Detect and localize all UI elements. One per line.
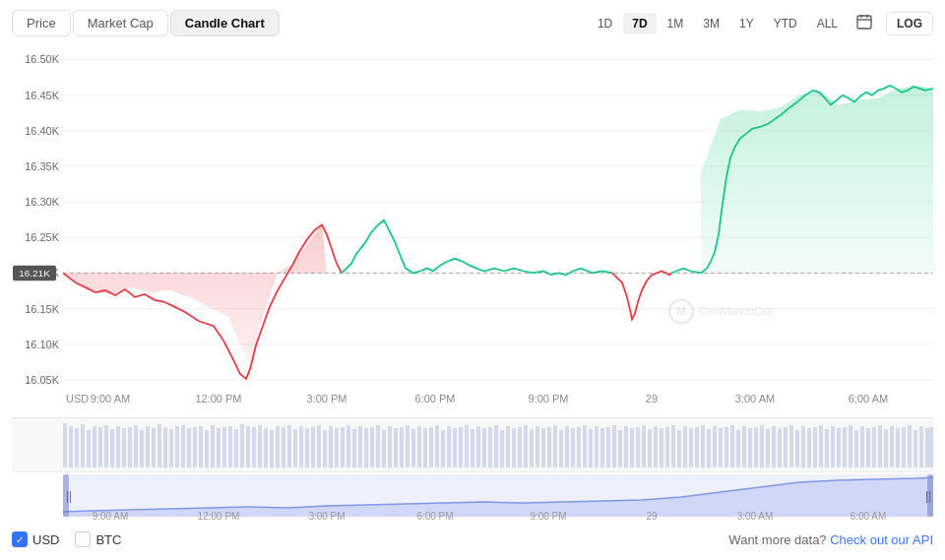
legend-btc[interactable]: BTC	[75, 531, 121, 547]
api-section: Want more data? Check out our API	[728, 532, 933, 547]
tab-price[interactable]: Price	[12, 10, 71, 36]
svg-text:9:00 AM: 9:00 AM	[93, 511, 129, 522]
tab-marketcap[interactable]: Market Cap	[73, 10, 168, 36]
svg-rect-75	[270, 430, 274, 467]
btc-checkbox[interactable]	[75, 531, 91, 547]
svg-rect-163	[789, 425, 793, 467]
svg-rect-87	[341, 427, 345, 467]
svg-rect-82	[311, 427, 315, 467]
svg-rect-99	[411, 429, 415, 467]
svg-rect-52	[134, 425, 138, 467]
svg-rect-141	[660, 428, 663, 467]
svg-text:16.10K: 16.10K	[25, 339, 60, 350]
svg-rect-168	[819, 425, 823, 467]
svg-rect-89	[352, 429, 356, 467]
svg-rect-56	[158, 424, 161, 467]
svg-rect-160	[772, 426, 776, 467]
svg-rect-118	[524, 425, 528, 467]
svg-rect-151	[719, 428, 723, 467]
svg-rect-172	[843, 427, 847, 467]
svg-rect-167	[813, 427, 817, 467]
svg-text:16.15K: 16.15K	[25, 303, 60, 315]
legend: ✓ USD BTC	[12, 531, 121, 547]
svg-rect-63	[199, 426, 203, 467]
svg-text:USD: USD	[66, 393, 89, 404]
svg-text:M: M	[676, 306, 685, 318]
svg-rect-177	[872, 427, 876, 467]
svg-rect-109	[471, 429, 474, 467]
svg-rect-49	[116, 426, 120, 467]
svg-rect-133	[612, 425, 616, 467]
svg-rect-113	[494, 425, 498, 467]
svg-rect-129	[589, 429, 593, 467]
svg-text:16.05K: 16.05K	[25, 374, 60, 386]
svg-rect-185	[919, 426, 923, 467]
svg-rect-64	[205, 430, 209, 467]
svg-rect-53	[140, 430, 144, 467]
svg-rect-169	[825, 429, 829, 467]
svg-rect-59	[175, 426, 179, 467]
svg-rect-170	[831, 426, 835, 467]
svg-rect-77	[282, 427, 285, 467]
svg-rect-110	[476, 426, 480, 467]
usd-label: USD	[32, 532, 59, 547]
time-1y[interactable]: 1Y	[730, 13, 763, 34]
svg-text:6:00 PM: 6:00 PM	[416, 511, 453, 522]
svg-rect-124	[559, 430, 563, 467]
svg-rect-115	[506, 426, 510, 467]
svg-rect-91	[364, 428, 368, 467]
scroll-chart: || || 9:00 AM 12:00 PM 3:00 PM 6:00 PM 9…	[12, 471, 933, 521]
svg-rect-106	[453, 428, 457, 467]
svg-rect-41	[69, 426, 73, 467]
api-link[interactable]: Check out our API	[830, 532, 933, 547]
volume-chart	[12, 417, 933, 471]
svg-rect-108	[465, 425, 469, 467]
svg-rect-95	[388, 426, 392, 467]
chart-wrapper: 16.50K 16.45K 16.40K 16.35K 16.30K 16.25…	[12, 42, 933, 521]
svg-rect-158	[760, 425, 764, 467]
svg-rect-187	[929, 427, 933, 467]
svg-rect-164	[795, 430, 799, 467]
legend-usd[interactable]: ✓ USD	[12, 531, 59, 547]
svg-text:6:00 PM: 6:00 PM	[415, 393, 456, 404]
svg-text:16.50K: 16.50K	[25, 54, 60, 66]
svg-rect-176	[866, 428, 870, 467]
tab-candlechart[interactable]: Candle Chart	[170, 10, 280, 36]
svg-rect-46	[98, 427, 102, 467]
svg-text:9:00 PM: 9:00 PM	[529, 393, 569, 404]
svg-rect-66	[217, 428, 220, 467]
svg-rect-143	[671, 425, 675, 467]
svg-rect-48	[110, 429, 114, 467]
calendar-icon[interactable]	[849, 10, 880, 36]
svg-text:||: ||	[66, 489, 72, 503]
svg-rect-137	[636, 427, 640, 467]
log-button[interactable]: LOG	[886, 12, 933, 35]
time-all[interactable]: ALL	[808, 13, 847, 34]
time-1d[interactable]: 1D	[589, 13, 621, 34]
svg-rect-121	[541, 428, 545, 467]
svg-rect-100	[417, 426, 421, 467]
svg-rect-146	[689, 428, 693, 467]
svg-rect-145	[683, 426, 687, 467]
svg-text:3:00 AM: 3:00 AM	[735, 393, 775, 404]
svg-rect-98	[406, 425, 410, 467]
svg-rect-161	[778, 428, 782, 467]
svg-rect-174	[854, 430, 858, 467]
time-ytd[interactable]: YTD	[765, 13, 806, 34]
time-7d[interactable]: 7D	[623, 13, 656, 34]
time-1m[interactable]: 1M	[659, 13, 693, 34]
svg-text:16.45K: 16.45K	[25, 90, 60, 101]
time-3m[interactable]: 3M	[694, 13, 728, 34]
svg-rect-42	[75, 428, 79, 467]
main-chart: 16.50K 16.45K 16.40K 16.35K 16.30K 16.25…	[12, 42, 933, 417]
svg-rect-94	[382, 430, 386, 467]
svg-rect-119	[530, 429, 534, 467]
usd-checkbox[interactable]: ✓	[12, 531, 28, 547]
svg-rect-40	[63, 423, 67, 467]
svg-rect-179	[884, 429, 888, 467]
svg-text:CoinMarketCap: CoinMarketCap	[699, 306, 774, 318]
main-chart-svg: 16.50K 16.45K 16.40K 16.35K 16.30K 16.25…	[12, 42, 933, 417]
svg-rect-135	[624, 426, 628, 467]
svg-rect-138	[642, 425, 646, 467]
svg-rect-188	[63, 474, 933, 517]
